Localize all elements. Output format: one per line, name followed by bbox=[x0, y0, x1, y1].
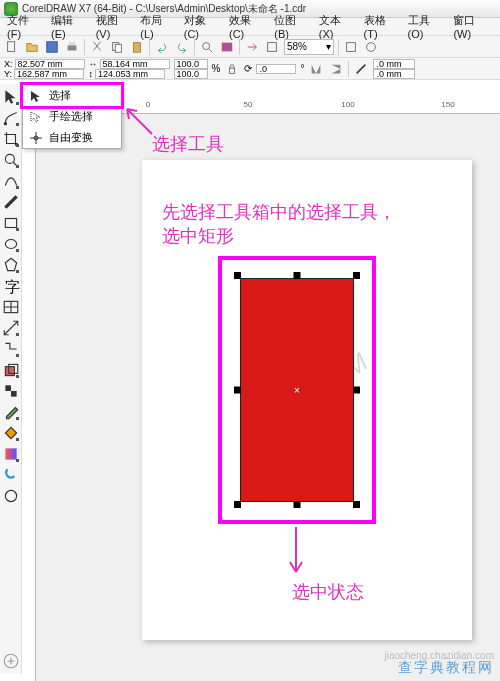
ellipse-tool-icon[interactable] bbox=[2, 235, 20, 253]
export-icon[interactable] bbox=[244, 39, 260, 55]
cut-icon[interactable] bbox=[89, 39, 105, 55]
svg-rect-5 bbox=[115, 44, 121, 52]
fill-tool-icon[interactable] bbox=[2, 424, 20, 442]
y-input[interactable]: 162.587 mm bbox=[14, 69, 84, 79]
mirror-v-icon[interactable] bbox=[328, 61, 344, 77]
menu-file[interactable]: 文件(F) bbox=[4, 13, 46, 40]
svg-point-14 bbox=[3, 122, 6, 125]
h-input[interactable]: 124.053 mm bbox=[95, 69, 165, 79]
mirror-h-icon[interactable] bbox=[308, 61, 324, 77]
image-icon[interactable] bbox=[219, 39, 235, 55]
print-icon[interactable] bbox=[64, 39, 80, 55]
connector-tool-icon[interactable] bbox=[2, 340, 20, 358]
menu-object[interactable]: 对象(C) bbox=[181, 13, 224, 40]
eyedropper-tool-icon[interactable] bbox=[2, 403, 20, 421]
selection-bounding-box[interactable]: × bbox=[222, 260, 372, 520]
svg-rect-0 bbox=[8, 41, 15, 51]
menu-text[interactable]: 文本(X) bbox=[316, 13, 359, 40]
separator bbox=[338, 39, 339, 55]
transform-icon bbox=[29, 131, 43, 145]
pick-tool-flyout: 选择 手绘选择 自由变换 bbox=[22, 84, 122, 149]
polygon-tool-icon[interactable] bbox=[2, 256, 20, 274]
rotation-input[interactable]: .0 bbox=[256, 64, 296, 74]
sy-input[interactable]: 100.0 bbox=[174, 69, 208, 79]
resize-handle-br[interactable] bbox=[353, 501, 360, 508]
ruler-tick: 100 bbox=[341, 100, 354, 109]
resize-handle-mr[interactable] bbox=[353, 387, 360, 394]
publish-icon[interactable] bbox=[264, 39, 280, 55]
new-icon[interactable] bbox=[4, 39, 20, 55]
menu-edit[interactable]: 编辑(E) bbox=[48, 13, 91, 40]
lasso-icon bbox=[29, 110, 43, 124]
freehand-tool-icon[interactable] bbox=[2, 172, 20, 190]
outline-pen-icon[interactable] bbox=[353, 61, 369, 77]
table-tool-icon[interactable] bbox=[2, 298, 20, 316]
ow2-input[interactable]: .0 mm bbox=[373, 69, 415, 79]
separator bbox=[149, 39, 150, 55]
menu-view[interactable]: 视图(V) bbox=[93, 13, 136, 40]
x-input[interactable]: 82.507 mm bbox=[15, 59, 85, 69]
svg-rect-10 bbox=[347, 42, 356, 51]
resize-handle-bl[interactable] bbox=[234, 501, 241, 508]
artistic-media-icon[interactable] bbox=[2, 193, 20, 211]
undo-icon[interactable] bbox=[154, 39, 170, 55]
resize-handle-bm[interactable] bbox=[294, 501, 301, 508]
free-transform-item[interactable]: 自由变换 bbox=[23, 127, 121, 148]
paste-icon[interactable] bbox=[129, 39, 145, 55]
w-input[interactable]: 58.164 mm bbox=[100, 59, 170, 69]
options-icon[interactable] bbox=[363, 39, 379, 55]
menu-table[interactable]: 表格(T) bbox=[361, 13, 403, 40]
svg-point-11 bbox=[367, 42, 376, 51]
redo-icon[interactable] bbox=[174, 39, 190, 55]
zoom-tool-icon[interactable] bbox=[2, 151, 20, 169]
menu-effects[interactable]: 效果(C) bbox=[226, 13, 269, 40]
outline-tool-icon[interactable] bbox=[2, 487, 20, 505]
save-icon[interactable] bbox=[44, 39, 60, 55]
resize-handle-tm[interactable] bbox=[294, 272, 301, 279]
select-tool-item[interactable]: 选择 bbox=[23, 85, 121, 106]
annotation-tool-label: 选择工具 bbox=[152, 132, 224, 156]
separator bbox=[348, 61, 349, 77]
svg-rect-9 bbox=[268, 42, 277, 51]
dimension-tool-icon[interactable] bbox=[2, 319, 20, 337]
ow1-input[interactable]: .0 mm bbox=[373, 59, 415, 69]
interactive-fill-icon[interactable] bbox=[2, 445, 20, 463]
snap-icon[interactable] bbox=[343, 39, 359, 55]
svg-rect-22 bbox=[5, 385, 11, 391]
resize-handle-tr[interactable] bbox=[353, 272, 360, 279]
vertical-ruler[interactable] bbox=[22, 114, 36, 681]
copy-icon[interactable] bbox=[109, 39, 125, 55]
resize-handle-tl[interactable] bbox=[234, 272, 241, 279]
menu-bitmap[interactable]: 位图(B) bbox=[271, 13, 314, 40]
annotation-arrow-icon bbox=[281, 522, 311, 584]
pick-tool-icon[interactable] bbox=[2, 88, 20, 106]
svg-rect-24 bbox=[5, 448, 16, 459]
size-group: ↔58.164 mm ↕124.053 mm bbox=[89, 59, 170, 79]
open-icon[interactable] bbox=[24, 39, 40, 55]
transparency-tool-icon[interactable] bbox=[2, 382, 20, 400]
svg-text:字: 字 bbox=[5, 279, 20, 295]
smart-fill-icon[interactable] bbox=[2, 466, 20, 484]
separator bbox=[239, 39, 240, 55]
width-icon: ↔ bbox=[89, 59, 98, 69]
shape-tool-icon[interactable] bbox=[2, 109, 20, 127]
menu-window[interactable]: 窗口(W) bbox=[450, 13, 496, 40]
freehand-pick-item[interactable]: 手绘选择 bbox=[23, 106, 121, 127]
canvas-area[interactable]: 0 50 100 150 sunnyM × 选择工具 先选择工具箱中的选择工具，… bbox=[22, 100, 500, 681]
search-icon[interactable] bbox=[199, 39, 215, 55]
expand-toolbox-icon[interactable] bbox=[2, 652, 20, 670]
menu-tools[interactable]: 工具(O) bbox=[405, 13, 449, 40]
sx-input[interactable]: 100.0 bbox=[174, 59, 208, 69]
x-label: X: bbox=[4, 59, 13, 69]
effects-tool-icon[interactable] bbox=[2, 361, 20, 379]
menu-bar: 文件(F) 编辑(E) 视图(V) 布局(L) 对象(C) 效果(C) 位图(B… bbox=[0, 18, 500, 36]
zoom-combo[interactable]: 58%▾ bbox=[284, 39, 334, 55]
svg-rect-20 bbox=[5, 367, 14, 376]
text-tool-icon[interactable]: 字 bbox=[2, 277, 20, 295]
crop-tool-icon[interactable] bbox=[2, 130, 20, 148]
menu-layout[interactable]: 布局(L) bbox=[137, 13, 178, 40]
rotate-icon: ⟳ bbox=[244, 63, 252, 74]
rectangle-tool-icon[interactable] bbox=[2, 214, 20, 232]
resize-handle-ml[interactable] bbox=[234, 387, 241, 394]
lock-ratio-icon[interactable] bbox=[224, 61, 240, 77]
